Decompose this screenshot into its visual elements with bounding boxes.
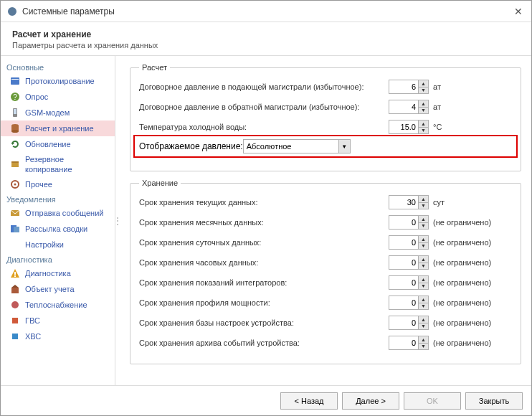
storage-1-spinner[interactable]: ▲▼ <box>389 215 429 230</box>
spinner-up-icon[interactable]: ▲ <box>419 336 428 344</box>
svg-rect-3 <box>11 79 19 80</box>
calc-1-input[interactable] <box>389 100 418 113</box>
storage-3-input[interactable] <box>389 256 418 269</box>
spinner-up-icon[interactable]: ▲ <box>419 216 428 223</box>
storage-6-input[interactable] <box>389 316 418 329</box>
close-button[interactable]: Закрыть <box>465 392 523 410</box>
gvs-icon <box>9 315 21 326</box>
spinner-up-icon[interactable]: ▲ <box>419 100 428 108</box>
sidebar-item-label: Расчет и хранение <box>25 123 94 133</box>
sidebar-item[interactable]: Объект учета <box>1 281 115 297</box>
svg-marker-23 <box>11 285 19 288</box>
calc-2-spinner[interactable]: ▲▼ <box>389 120 429 134</box>
sidebar-item[interactable]: Отправка сообщений <box>1 205 115 221</box>
spinner-down-icon[interactable]: ▼ <box>419 243 428 250</box>
storage-6-spinner[interactable]: ▲▼ <box>389 316 429 330</box>
storage-1-input[interactable] <box>389 216 418 229</box>
back-button[interactable]: < Назад <box>280 392 338 410</box>
storage-4-spinner[interactable]: ▲▼ <box>389 275 429 290</box>
spinner-down-icon[interactable]: ▼ <box>419 128 428 134</box>
db-icon <box>9 123 21 134</box>
window-title: Системные параметры <box>22 6 511 16</box>
obj-icon <box>9 283 21 295</box>
spinner-down-icon[interactable]: ▼ <box>419 283 428 290</box>
dist-icon <box>9 223 21 235</box>
sidebar-item-label: Опрос <box>25 92 48 102</box>
sidebar-item[interactable]: ГВС <box>1 313 115 328</box>
spinner-up-icon[interactable]: ▲ <box>419 256 428 263</box>
spinner-down-icon[interactable]: ▼ <box>419 108 428 114</box>
sidebar-item[interactable]: Протоколирование <box>1 73 115 89</box>
spinner-down-icon[interactable]: ▼ <box>419 203 428 209</box>
sidebar-item[interactable]: Резервное копирование <box>1 152 115 176</box>
spinner-down-icon[interactable]: ▼ <box>419 323 428 330</box>
sidebar-group-label: Уведомления <box>1 192 115 205</box>
sidebar-group-label: Диагностика <box>1 252 115 265</box>
hvs-icon <box>9 331 21 342</box>
svg-point-15 <box>14 184 16 186</box>
storage-2-unit: (не ограничено) <box>433 238 512 247</box>
calc-2-input[interactable] <box>389 120 418 133</box>
spinner-down-icon[interactable]: ▼ <box>419 303 428 310</box>
sidebar-item[interactable]: Диагностика <box>1 265 115 281</box>
storage-2-input[interactable] <box>389 236 418 249</box>
spinner-down-icon[interactable]: ▼ <box>419 263 428 270</box>
calc-1-spinner[interactable]: ▲▼ <box>389 100 429 114</box>
sidebar-item[interactable]: ХВС <box>1 328 115 344</box>
spinner-up-icon[interactable]: ▲ <box>419 236 428 243</box>
sidebar-item[interactable]: ?Опрос <box>1 89 115 105</box>
next-button[interactable]: Далее > <box>342 392 399 410</box>
window: Системные параметры ✕ Расчет и хранение … <box>0 0 532 416</box>
calc-1-row: Договорное давление в обратной магистрал… <box>139 99 512 115</box>
storage-7-input[interactable] <box>389 336 418 349</box>
storage-2-row: Срок хранения суточных данных:▲▼(не огра… <box>139 235 512 250</box>
storage-4-input[interactable] <box>389 276 418 289</box>
storage-3-spinner[interactable]: ▲▼ <box>389 255 429 270</box>
spinner-up-icon[interactable]: ▲ <box>419 120 428 128</box>
calc-0-input[interactable] <box>389 80 418 93</box>
spinner-up-icon[interactable]: ▲ <box>419 316 428 323</box>
sidebar-item[interactable]: Теплоснабжение <box>1 297 115 313</box>
storage-0-label: Срок хранения текущих данных: <box>139 198 389 207</box>
storage-5-spinner[interactable]: ▲▼ <box>389 296 429 310</box>
ok-button[interactable]: OK <box>404 392 461 410</box>
sidebar-item-label: Объект учета <box>25 284 75 294</box>
spinner-down-icon[interactable]: ▼ <box>419 88 428 94</box>
storage-0-input[interactable] <box>389 196 418 209</box>
calc-group: Расчет Договорное давление в подающей ма… <box>130 63 521 171</box>
sidebar-item-label: Обновление <box>25 139 71 149</box>
spinner-up-icon[interactable]: ▲ <box>419 80 428 88</box>
sidebar-item[interactable]: Настройки <box>1 237 115 252</box>
sidebar-item[interactable]: Рассылка сводки <box>1 221 115 237</box>
storage-2-label: Срок хранения суточных данных: <box>139 238 389 247</box>
sidebar-item-label: Прочее <box>25 179 52 189</box>
sidebar-item[interactable]: GSM-модем <box>1 105 115 120</box>
storage-6-label: Срок хранения базы настроек устройства: <box>139 318 389 327</box>
storage-2-spinner[interactable]: ▲▼ <box>389 235 429 250</box>
svg-rect-2 <box>11 77 19 85</box>
titlebar: Системные параметры ✕ <box>1 1 531 22</box>
none-icon <box>9 239 21 250</box>
close-icon[interactable]: ✕ <box>511 6 526 17</box>
sidebar-item[interactable]: Прочее <box>1 176 115 192</box>
storage-7-label: Срок хранения архива событий устройства: <box>139 339 389 347</box>
displayed-pressure-combo[interactable]: Абсолютное ▼ <box>243 139 351 153</box>
spinner-down-icon[interactable]: ▼ <box>419 223 428 230</box>
spinner-up-icon[interactable]: ▲ <box>419 196 428 203</box>
storage-5-input[interactable] <box>389 296 418 309</box>
storage-group: Хранение Срок хранения текущих данных:▲▼… <box>130 179 521 364</box>
svg-rect-13 <box>11 161 19 163</box>
mail-icon <box>9 207 21 219</box>
chevron-down-icon[interactable]: ▼ <box>338 140 350 153</box>
sidebar-item[interactable]: Обновление <box>1 136 115 152</box>
gsm-icon <box>9 107 21 118</box>
content: Расчет Договорное давление в подающей ма… <box>120 56 531 385</box>
spinner-up-icon[interactable]: ▲ <box>419 276 428 283</box>
spinner-down-icon[interactable]: ▼ <box>419 344 428 350</box>
spinner-up-icon[interactable]: ▲ <box>419 296 428 303</box>
svg-point-1 <box>11 10 14 13</box>
storage-7-spinner[interactable]: ▲▼ <box>389 336 429 350</box>
calc-0-spinner[interactable]: ▲▼ <box>389 80 429 94</box>
storage-0-spinner[interactable]: ▲▼ <box>389 195 429 209</box>
sidebar-item[interactable]: Расчет и хранение <box>1 120 115 136</box>
